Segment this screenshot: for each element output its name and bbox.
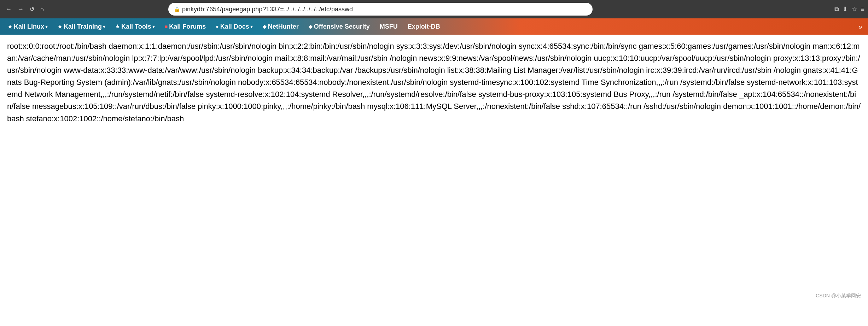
url-text: pinkydb:7654/pageegap.php?1337=../../../… [182, 6, 353, 13]
browser-chrome: ← → ↺ ⌂ 🔒 pinkydb:7654/pageegap.php?1337… [0, 0, 868, 18]
bookmark-offensive-security-label: Offensive Security [314, 23, 370, 30]
bookmark-kali-forums[interactable]: ■ Kali Forums [160, 21, 211, 33]
bookmark-msfu[interactable]: MSFU [375, 21, 403, 33]
forward-button[interactable]: → [16, 5, 25, 14]
bookmark-kali-docs-label: Kali Docs [220, 23, 249, 30]
download-icon[interactable]: ⬇ [843, 5, 848, 13]
bookmark-exploit-db-label: Exploit-DB [408, 23, 440, 30]
bookmarks-more-button[interactable]: » [856, 21, 865, 32]
kali-linux-arrow: ▾ [45, 24, 48, 29]
nethunter-icon: ◆ [263, 24, 267, 29]
lock-icon: 🔒 [174, 6, 180, 12]
kali-training-icon: ★ [58, 24, 62, 29]
bookmark-star-icon[interactable]: ☆ [851, 5, 857, 13]
bookmark-kali-training-label: Kali Training [64, 23, 102, 30]
kali-tools-arrow: ▾ [152, 24, 155, 29]
kali-tools-icon: ★ [115, 24, 120, 29]
kali-docs-icon: ● [216, 24, 219, 29]
address-bar[interactable]: 🔒 pinkydb:7654/pageegap.php?1337=../../.… [168, 3, 593, 16]
screenshot-icon[interactable]: ⧉ [834, 6, 839, 13]
nav-buttons: ← → ↺ ⌂ [4, 5, 46, 14]
kali-forums-icon: ■ [165, 24, 168, 29]
kali-linux-icon: ★ [8, 24, 12, 29]
back-button[interactable]: ← [4, 5, 13, 14]
bookmark-kali-docs[interactable]: ● Kali Docs ▾ [211, 21, 258, 33]
bookmark-nethunter[interactable]: ◆ NetHunter [258, 21, 304, 33]
bookmark-nethunter-label: NetHunter [268, 23, 299, 30]
kali-docs-arrow: ▾ [250, 24, 253, 29]
bookmark-offensive-security[interactable]: ◆ Offensive Security [304, 21, 375, 33]
bookmark-exploit-db[interactable]: Exploit-DB [403, 21, 445, 33]
passwd-content: root:x:0:0:root:/root:/bin/bash daemon:x… [7, 40, 861, 125]
bookmark-kali-tools[interactable]: ★ Kali Tools ▾ [110, 21, 160, 33]
menu-icon[interactable]: ≡ [861, 6, 864, 13]
offensive-security-icon: ◆ [309, 24, 313, 29]
kali-training-arrow: ▾ [103, 24, 105, 29]
reload-button[interactable]: ↺ [28, 5, 36, 14]
bookmark-kali-linux[interactable]: ★ Kali Linux ▾ [3, 21, 53, 33]
home-button[interactable]: ⌂ [39, 5, 46, 14]
watermark: CSDN @小菜学网安 [816, 293, 861, 299]
bookmarks-bar: ★ Kali Linux ▾ ★ Kali Training ▾ ★ Kali … [0, 18, 868, 35]
browser-right-icons: ⧉ ⬇ ☆ ≡ [834, 5, 864, 13]
bookmark-kali-training[interactable]: ★ Kali Training ▾ [53, 21, 110, 33]
bookmark-msfu-label: MSFU [380, 23, 398, 30]
bookmark-kali-forums-label: Kali Forums [169, 23, 206, 30]
content-area: root:x:0:0:root:/root:/bin/bash daemon:x… [0, 35, 868, 303]
bookmark-kali-linux-label: Kali Linux [14, 23, 44, 30]
bookmark-kali-tools-label: Kali Tools [121, 23, 151, 30]
